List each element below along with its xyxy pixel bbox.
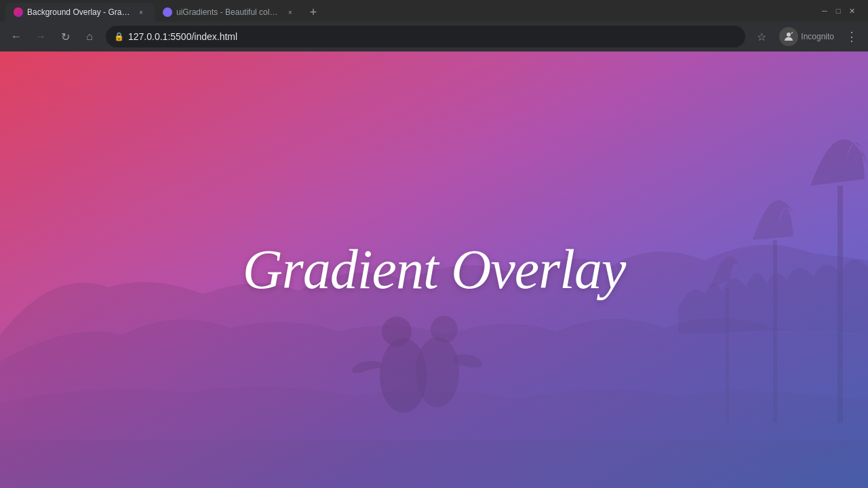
browser-window: Background Overlay - Gradient × uiGradie… — [0, 0, 868, 488]
reload-button[interactable]: ↻ — [54, 26, 76, 47]
minimize-button[interactable]: ─ — [819, 5, 830, 16]
svg-point-0 — [787, 33, 791, 37]
incognito-area: Incognito — [774, 27, 840, 46]
title-bar: Background Overlay - Gradient × uiGradie… — [0, 0, 868, 22]
nav-bar: ← → ↻ ⌂ 🔒 127.0.0.1:5500/index.html ☆ — [0, 22, 868, 52]
tab-close-2[interactable]: × — [285, 7, 296, 18]
maximize-button[interactable]: □ — [833, 5, 844, 16]
center-text-container: Gradient Overlay — [243, 238, 626, 302]
tab-label-1: Background Overlay - Gradient — [27, 7, 132, 17]
tab-favicon-2 — [163, 7, 172, 17]
page-background: Gradient Overlay — [0, 52, 868, 488]
new-tab-button[interactable]: + — [304, 3, 323, 22]
more-button[interactable]: ⋮ — [841, 26, 863, 47]
tab-close-1[interactable]: × — [136, 7, 146, 18]
tabs-bar: Background Overlay - Gradient × uiGradie… — [5, 0, 819, 22]
lock-icon: 🔒 — [114, 32, 124, 41]
address-bar[interactable]: 🔒 127.0.0.1:5500/index.html — [106, 26, 745, 47]
tab-inactive[interactable]: uiGradients - Beautiful colored g... × — [155, 3, 304, 22]
incognito-icon — [779, 27, 798, 46]
forward-button[interactable]: → — [30, 26, 52, 47]
window-controls: ─ □ ✕ — [819, 5, 857, 16]
home-button[interactable]: ⌂ — [79, 26, 100, 47]
nav-right: ☆ Incognito ⋮ — [751, 26, 863, 47]
incognito-label: Incognito — [801, 32, 834, 41]
close-button[interactable]: ✕ — [846, 5, 857, 16]
bookmark-button[interactable]: ☆ — [751, 26, 772, 47]
back-button[interactable]: ← — [5, 26, 27, 47]
tab-active[interactable]: Background Overlay - Gradient × — [5, 3, 155, 22]
address-text: 127.0.0.1:5500/index.html — [128, 31, 737, 42]
tab-favicon-1 — [14, 7, 23, 17]
tab-label-2: uiGradients - Beautiful colored g... — [176, 7, 281, 17]
web-content: Gradient Overlay — [0, 52, 868, 488]
page-title: Gradient Overlay — [243, 238, 626, 302]
